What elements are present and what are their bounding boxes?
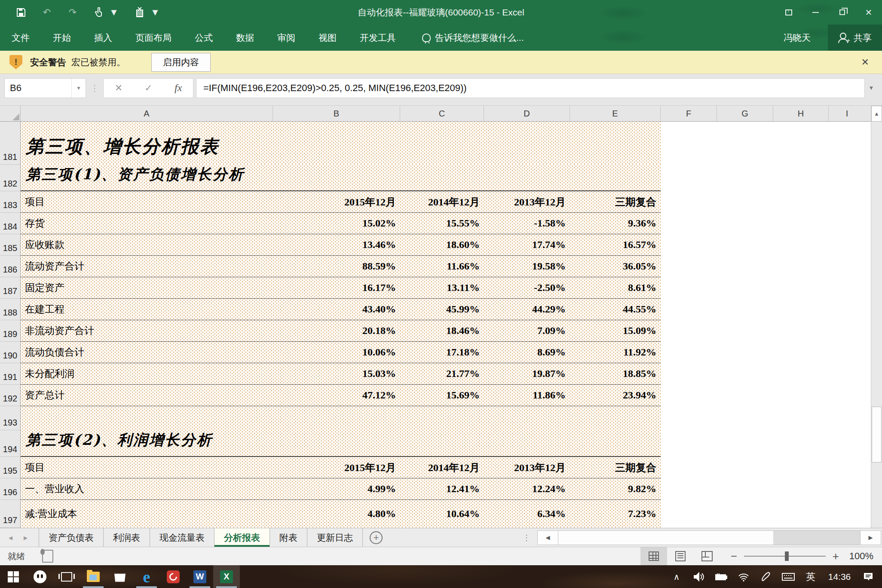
- tab-data[interactable]: 数据: [224, 24, 266, 51]
- minimize-button[interactable]: [802, 0, 829, 24]
- table2-header-cagr[interactable]: 三期复合: [570, 457, 661, 478]
- confirm-entry-icon[interactable]: ✓: [144, 83, 152, 94]
- volume-icon[interactable]: [689, 572, 708, 582]
- row-header-189[interactable]: 189: [0, 320, 21, 342]
- store-button[interactable]: [107, 565, 133, 588]
- cell-value[interactable]: 18.46%: [400, 320, 484, 341]
- sheet-tab-cashflow[interactable]: 现金流量表: [150, 528, 214, 547]
- formula-input[interactable]: =IF(MIN(E196,E203,E209)>0.25, 0.25, MIN(…: [196, 78, 865, 98]
- row-header-181[interactable]: 181: [0, 122, 21, 165]
- cell-value[interactable]: 17.18%: [400, 342, 484, 363]
- redo-icon[interactable]: ↷: [67, 7, 78, 18]
- row-label[interactable]: 在建工程: [21, 299, 273, 320]
- cell-value[interactable]: 13.46%: [273, 234, 400, 255]
- cell-value[interactable]: 9.82%: [570, 478, 661, 499]
- tab-insert[interactable]: 插入: [83, 24, 124, 51]
- save-icon[interactable]: [15, 7, 27, 18]
- cell-value[interactable]: 6.34%: [484, 500, 570, 528]
- empty-cells[interactable]: [661, 457, 871, 478]
- row-label[interactable]: 存货: [21, 213, 273, 234]
- row-header-191[interactable]: 191: [0, 363, 21, 385]
- empty-cells[interactable]: [661, 385, 871, 406]
- cell-value[interactable]: 12.41%: [400, 478, 484, 499]
- cell-value[interactable]: 15.03%: [273, 363, 400, 384]
- row-label[interactable]: 应收账款: [21, 234, 273, 255]
- table2-header-item[interactable]: 项目: [21, 457, 273, 478]
- cell-value[interactable]: 13.11%: [400, 277, 484, 298]
- cell-value[interactable]: 16.57%: [570, 234, 661, 255]
- row-header-183[interactable]: 183: [0, 191, 21, 213]
- scroll-up-icon[interactable]: ▲: [871, 106, 882, 122]
- row-header-184[interactable]: 184: [0, 213, 21, 234]
- cell-value[interactable]: 10.06%: [273, 342, 400, 363]
- row-header-195[interactable]: 195: [0, 457, 21, 478]
- empty-cells[interactable]: [661, 122, 871, 165]
- empty-cells[interactable]: [661, 342, 871, 363]
- warning-close-icon[interactable]: ✕: [861, 57, 873, 68]
- battery-icon[interactable]: [712, 572, 731, 582]
- cell-value[interactable]: 44.29%: [484, 299, 570, 320]
- pen-icon[interactable]: [756, 571, 775, 582]
- tab-home[interactable]: 开始: [41, 24, 83, 51]
- zoom-out-icon[interactable]: −: [731, 550, 737, 563]
- row-header-193[interactable]: 193: [0, 406, 21, 430]
- touch-mode-dropdown-icon[interactable]: ▼: [108, 7, 119, 18]
- ribbon-display-options-button[interactable]: [775, 0, 802, 24]
- column-header-b[interactable]: B: [273, 106, 400, 121]
- undo-icon[interactable]: ↶: [41, 7, 52, 18]
- cell-value[interactable]: 18.60%: [400, 234, 484, 255]
- empty-cells[interactable]: [661, 213, 871, 234]
- tab-review[interactable]: 审阅: [266, 24, 307, 51]
- cell-value[interactable]: 20.18%: [273, 320, 400, 341]
- empty-cells[interactable]: [661, 406, 871, 430]
- ime-language-indicator[interactable]: 英: [801, 570, 820, 583]
- new-sheet-button[interactable]: +: [370, 528, 383, 547]
- select-all-corner[interactable]: [0, 106, 21, 121]
- row-header-190[interactable]: 190: [0, 342, 21, 363]
- table1-header-2015[interactable]: 2015年12月: [273, 191, 400, 212]
- sheet-tab-analysis[interactable]: 分析报表: [214, 528, 270, 547]
- row-header-187[interactable]: 187: [0, 277, 21, 299]
- cell-value[interactable]: 47.12%: [273, 385, 400, 406]
- sheet-tab-appendix[interactable]: 附表: [270, 528, 307, 547]
- row-label[interactable]: 资产总计: [21, 385, 273, 406]
- touch-keyboard-icon[interactable]: [779, 572, 798, 582]
- tab-view[interactable]: 视图: [307, 24, 348, 51]
- netease-music-button[interactable]: [160, 565, 187, 588]
- column-header-h[interactable]: H: [773, 106, 829, 121]
- zoom-slider[interactable]: [744, 556, 826, 557]
- row-header-192[interactable]: 192: [0, 385, 21, 406]
- cell-value[interactable]: 11.92%: [570, 342, 661, 363]
- zoom-level[interactable]: 100%: [848, 551, 882, 562]
- tray-expand-icon[interactable]: ∧: [667, 572, 686, 582]
- insert-function-icon[interactable]: fx: [175, 82, 182, 94]
- empty-cells[interactable]: [661, 299, 871, 320]
- empty-cells[interactable]: [661, 277, 871, 299]
- empty-cells[interactable]: [661, 165, 871, 191]
- row-label[interactable]: 一、营业收入: [21, 478, 273, 499]
- column-header-d[interactable]: D: [484, 106, 570, 121]
- cell-value[interactable]: 19.58%: [484, 256, 570, 277]
- action-center-icon[interactable]: [859, 572, 878, 582]
- touch-mode-icon[interactable]: [93, 7, 104, 18]
- row-header-186[interactable]: 186: [0, 256, 21, 277]
- section1-subtitle[interactable]: 第三项(1)、资产负债增长分析: [21, 165, 245, 190]
- close-button[interactable]: ✕: [855, 0, 882, 24]
- cell-value[interactable]: 8.61%: [570, 277, 661, 298]
- empty-cells[interactable]: [661, 478, 871, 500]
- cortana-button[interactable]: [27, 565, 53, 588]
- clock[interactable]: 14:36: [824, 572, 855, 582]
- cell-value[interactable]: 44.55%: [570, 299, 661, 320]
- row-header-185[interactable]: 185: [0, 234, 21, 256]
- horizontal-scroll-track[interactable]: [773, 531, 860, 545]
- table2-header-2013[interactable]: 2013年12月: [484, 457, 570, 478]
- row-label[interactable]: 减:营业成本: [21, 500, 273, 528]
- table1-header-2013[interactable]: 2013年12月: [484, 191, 570, 212]
- cell-value[interactable]: 4.99%: [273, 478, 400, 499]
- name-box[interactable]: B6 ▼: [4, 78, 86, 98]
- tab-page-layout[interactable]: 页面布局: [124, 24, 183, 51]
- scroll-left-icon[interactable]: ◀: [538, 531, 558, 545]
- sheet-tab-changelog[interactable]: 更新日志: [307, 528, 363, 547]
- prev-sheet-icon[interactable]: ◂: [9, 533, 12, 542]
- cell-value[interactable]: 10.64%: [400, 500, 484, 528]
